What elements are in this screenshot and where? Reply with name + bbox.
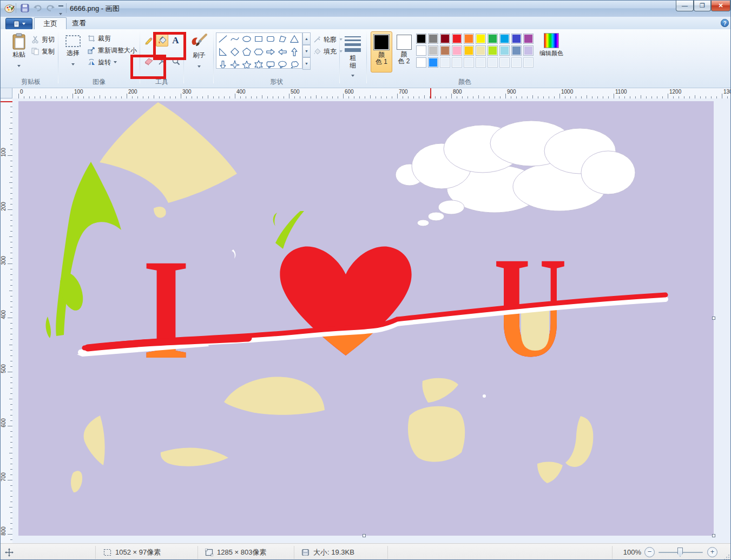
zoom-out-button[interactable]: − [644,547,655,557]
shape-rectangle-icon[interactable] [253,33,265,45]
palette-swatch[interactable] [476,34,486,44]
shape-triangle-icon[interactable] [288,33,300,45]
brushes-button[interactable]: 刷子 [187,32,212,74]
zoom-in-button[interactable]: + [707,547,717,557]
minimize-button[interactable]: — [676,1,694,11]
tab-home[interactable]: 主页 [34,17,67,30]
palette-swatch[interactable] [499,45,510,56]
shape-polygon-icon[interactable] [276,33,288,45]
ruler-corner [1,88,12,98]
ruler-tick [505,94,506,98]
shape-outline-button[interactable]: 轮廓 [313,34,343,45]
shape-star-6-icon[interactable] [253,59,265,69]
rotate-icon [88,58,95,66]
palette-empty-slot[interactable] [440,57,450,68]
copy-button[interactable]: 复制 [31,46,55,57]
resize-grip[interactable] [724,554,730,560]
palette-empty-slot[interactable] [464,57,474,68]
ruler-tick [8,372,12,372]
palette-swatch[interactable] [440,34,450,44]
edit-colors-button[interactable]: 编辑颜色 [539,32,564,57]
shape-arrow-down-icon[interactable] [217,59,229,69]
palette-swatch[interactable] [440,45,450,56]
palette-swatch[interactable] [416,34,426,44]
palette-swatch[interactable] [416,45,426,56]
shape-fill-button[interactable]: 填充 [313,46,343,57]
shape-rounded-rectangle-icon[interactable] [265,33,276,45]
cut-button[interactable]: 剪切 [31,34,55,45]
palette-swatch[interactable] [428,45,438,56]
work-area: I U I U [12,98,731,543]
shape-diamond-icon[interactable] [229,46,241,58]
file-size-icon [301,549,309,556]
palette-swatch[interactable] [416,57,426,68]
shape-pentagon-icon[interactable] [241,46,253,58]
application-menu-button[interactable] [5,18,32,30]
help-icon[interactable]: ? [721,19,729,27]
shape-arrow-right-icon[interactable] [265,46,276,58]
select-button[interactable]: 选择 [61,32,85,74]
resize-button[interactable]: 重新调整大小 [88,45,137,56]
palette-swatch[interactable] [488,45,498,56]
palette-swatch[interactable] [523,34,534,44]
palette-swatch[interactable] [428,57,438,68]
palette-swatch[interactable] [452,34,462,44]
ruler-tick [181,94,181,98]
palette-swatch[interactable] [523,45,534,56]
palette-empty-slot[interactable] [488,57,498,68]
shape-callout-cloud-icon[interactable] [288,59,300,69]
shape-star-5-icon[interactable] [241,59,253,69]
gallery-expand-button[interactable]: ▼ [302,57,311,70]
gallery-scroll-down-button[interactable]: ▼ [302,45,311,57]
canvas-resize-handle-bottom[interactable] [363,534,366,537]
shape-arrow-up-icon[interactable] [288,46,300,58]
palette-empty-slot[interactable] [511,57,522,68]
palette-swatch[interactable] [511,45,522,56]
undo-icon[interactable] [33,4,43,12]
palette-swatch[interactable] [452,45,462,56]
palette-swatch[interactable] [499,34,510,44]
select-dropdown-arrow [71,63,75,65]
close-button[interactable]: ✕ [711,1,730,11]
shape-callout-oval-icon[interactable] [276,59,288,69]
palette-swatch[interactable] [488,34,498,44]
redo-icon[interactable] [45,4,55,12]
shape-arrow-left-icon[interactable] [276,46,288,58]
select-label: 选择 [61,49,85,58]
palette-swatch[interactable] [428,34,438,44]
paste-button[interactable]: 粘贴 [7,32,31,74]
shape-ellipse-icon[interactable] [241,33,253,45]
shapes-gallery-scroll: ▲ ▼ ▼ [302,32,311,69]
color1-button[interactable]: 颜 色 1 [371,31,392,73]
shapes-gallery [216,32,302,69]
shape-line-icon[interactable] [217,33,229,45]
palette-swatch[interactable] [464,34,474,44]
qat-dropdown-icon[interactable] [57,5,64,17]
shape-curve-icon[interactable] [229,33,241,45]
rotate-button[interactable]: 旋转 [88,57,117,68]
palette-empty-slot[interactable] [523,57,534,68]
palette-swatch[interactable] [464,45,474,56]
zoom-slider-thumb[interactable] [677,548,683,557]
color2-button[interactable]: 颜 色 2 [394,31,414,73]
shape-star-4-icon[interactable] [229,59,241,69]
shape-right-triangle-icon[interactable] [217,46,229,58]
palette-empty-slot[interactable] [476,57,486,68]
palette-empty-slot[interactable] [452,57,462,68]
drawing-canvas[interactable]: I U I U [18,101,714,536]
shape-hexagon-icon[interactable] [253,46,265,58]
ruler-label: 100 [74,89,83,95]
canvas-resize-handle-corner[interactable] [712,534,715,537]
canvas-resize-handle-right[interactable] [712,317,715,320]
maximize-button[interactable]: ❐ [694,1,711,11]
crop-button[interactable]: 裁剪 [88,33,111,44]
gallery-scroll-up-button[interactable]: ▲ [302,32,311,45]
status-separator-4 [387,546,388,559]
palette-swatch[interactable] [476,45,486,56]
palette-swatch[interactable] [511,34,522,44]
save-icon[interactable] [20,3,30,13]
size-button[interactable]: 粗 细 [342,32,364,81]
shape-callout-rounded-icon[interactable] [265,59,276,69]
palette-empty-slot[interactable] [499,57,510,68]
tab-view[interactable]: 查看 [63,17,95,29]
